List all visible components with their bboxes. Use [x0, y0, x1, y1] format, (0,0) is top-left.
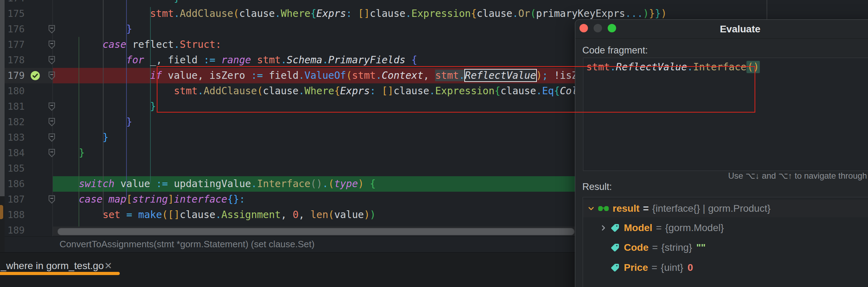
fold-icon[interactable] — [48, 25, 55, 34]
variable-type: {interface{} | gorm.Product} — [652, 203, 771, 214]
line-number[interactable]: 176 — [5, 21, 25, 37]
variable-type: {uint} — [661, 262, 683, 273]
code-text[interactable]: stmt.AddClause(clause.Where{Exprs: []cla… — [67, 6, 667, 21]
fold-region-icon — [48, 102, 55, 111]
fold-icon[interactable] — [48, 102, 55, 111]
chevron-right-icon[interactable] — [600, 225, 607, 231]
code-text[interactable]: } — [67, 0, 180, 6]
fold-region-icon — [48, 56, 55, 65]
evaluate-dialog: Evaluate Code fragment: stmt.ReflectValu… — [575, 19, 868, 287]
fold-icon[interactable] — [48, 149, 55, 158]
dialog-title: Evaluate — [720, 24, 760, 35]
fold-icon[interactable] — [48, 133, 55, 142]
zoom-window-button[interactable] — [608, 24, 616, 32]
variable-type: {string} — [661, 242, 692, 253]
fold-icon[interactable] — [48, 195, 55, 204]
left-scrollbar-track[interactable] — [0, 0, 5, 253]
code-text[interactable]: } — [67, 130, 108, 145]
variable-name: Price — [624, 262, 648, 273]
tag-icon — [610, 223, 620, 233]
fold-region-icon — [48, 118, 55, 127]
horizontal-scrollbar-thumb[interactable] — [57, 228, 575, 235]
fold-region-icon — [48, 195, 55, 204]
code-fragment-label: Code fragment: — [582, 45, 648, 56]
active-tab-indicator — [0, 272, 120, 275]
breakpoint-verified-icon — [30, 71, 40, 81]
line-number[interactable]: 182 — [5, 114, 25, 130]
close-window-button[interactable] — [579, 24, 588, 32]
code-text[interactable]: set = make([]clause.Assignment, 0, len(v… — [67, 207, 376, 223]
equals-sign: = — [652, 262, 657, 273]
result-row-Price[interactable]: Price={uint}0 — [583, 259, 868, 276]
code-text[interactable]: if value, isZero := field.ValueOf(stmt.C… — [67, 68, 607, 83]
line-number[interactable]: 186 — [5, 176, 25, 192]
variable-value: 0 — [688, 262, 693, 273]
error-stripe-mark — [0, 205, 3, 219]
left-scrollbar-thumb[interactable] — [0, 0, 5, 196]
result-row-Model[interactable]: Model={gorm.Model} — [583, 219, 868, 237]
navigation-hint: Use ⌥↓ and ⌥↑ to navigate through th — [728, 171, 868, 181]
line-number[interactable]: 187 — [5, 192, 25, 207]
code-text[interactable]: for _, field := range stmt.Schema.Primar… — [67, 52, 417, 68]
tab-label[interactable]: _where in gorm_test.go — [1, 260, 104, 272]
code-text[interactable]: case map[string]interface{}: — [67, 192, 245, 207]
equals-sign: = — [652, 242, 658, 253]
code-fragment-input[interactable]: stmt.ReflectValue.Interface() — [583, 58, 868, 171]
breakpoint-icon[interactable] — [30, 71, 40, 81]
fold-icon[interactable] — [48, 71, 55, 80]
tab-close-icon[interactable]: ✕ — [104, 260, 112, 272]
fold-icon[interactable] — [48, 56, 55, 65]
line-number[interactable]: 189 — [5, 223, 25, 238]
line-number[interactable]: 183 — [5, 130, 25, 145]
result-row-Code[interactable]: Code={string}"" — [583, 239, 868, 256]
equals-sign: = — [643, 203, 649, 214]
variable-name: result — [613, 203, 639, 214]
code-fragment-text[interactable]: stmt.ReflectValue.Interface() — [586, 59, 760, 75]
variable-name: Code — [624, 242, 649, 253]
line-number[interactable]: 180 — [5, 83, 25, 99]
code-text[interactable]: case reflect.Struct: — [67, 37, 221, 52]
fold-region-icon — [48, 40, 55, 49]
line-number[interactable]: 174 — [5, 0, 25, 6]
code-text[interactable]: switch value := updatingValue.Interface(… — [67, 176, 376, 192]
variable-type: {gorm.Model} — [665, 222, 724, 234]
variable-name: Model — [624, 222, 652, 234]
equals-sign: = — [656, 222, 662, 234]
result-row-result[interactable]: result={interface{} | gorm.Product} — [583, 200, 868, 217]
minimize-window-button[interactable] — [594, 24, 602, 32]
code-text[interactable]: } — [67, 114, 132, 130]
line-number[interactable]: 175 — [5, 6, 25, 21]
tag-icon — [610, 243, 620, 253]
fold-region-icon — [48, 71, 55, 80]
result-tree: result={interface{} | gorm.Product} Mode… — [583, 197, 868, 287]
ide-window: 174 }175 stmt.AddClause(clause.Where{Exp… — [0, 0, 868, 287]
line-number[interactable]: 177 — [5, 37, 25, 52]
line-number[interactable]: 184 — [5, 145, 25, 161]
dialog-title-bar[interactable]: Evaluate — [575, 20, 868, 39]
fold-icon[interactable] — [48, 118, 55, 127]
line-number[interactable]: 179 — [5, 68, 25, 83]
line-number[interactable]: 181 — [5, 99, 25, 114]
code-text[interactable]: } — [67, 145, 85, 161]
code-line-174[interactable]: 174 } — [0, 0, 868, 6]
tag-icon — [610, 263, 620, 273]
code-text[interactable]: } — [67, 21, 132, 37]
fold-region-icon — [48, 25, 55, 34]
line-number[interactable]: 178 — [5, 52, 25, 68]
chevron-down-icon[interactable] — [588, 205, 594, 212]
fold-region-icon — [48, 133, 55, 142]
variable-value: "" — [696, 242, 706, 253]
fold-region-icon — [48, 149, 55, 158]
watch-icon — [598, 205, 609, 212]
line-number[interactable]: 185 — [5, 161, 25, 176]
line-number[interactable]: 188 — [5, 207, 25, 223]
breadcrumb: ConvertToAssignments(stmt *gorm.Statemen… — [60, 237, 315, 251]
result-label: Result: — [582, 181, 612, 192]
fold-icon[interactable] — [48, 40, 55, 49]
code-text[interactable]: } — [67, 99, 156, 114]
